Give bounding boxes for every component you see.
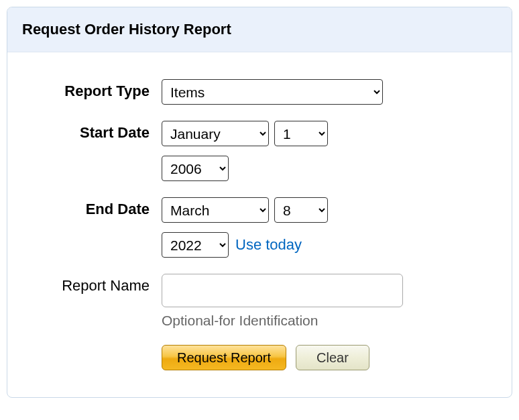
use-today-link[interactable]: Use today [235, 236, 302, 254]
button-row: Request Report Clear [162, 345, 492, 370]
select-end-day[interactable]: 8 [274, 197, 328, 223]
row-end-date: End Date March 8 2022 Use today [27, 197, 492, 258]
start-date-year-line: 2006 [162, 156, 400, 181]
control-end-date: March 8 2022 Use today [162, 197, 473, 258]
report-panel: Request Order History Report Report Type… [7, 7, 512, 398]
control-report-type: Items [162, 79, 383, 105]
panel-title: Request Order History Report [7, 7, 512, 52]
select-end-month[interactable]: March [162, 197, 269, 223]
row-report-type: Report Type Items [27, 79, 492, 105]
row-start-date: Start Date January 1 2006 [27, 121, 492, 181]
select-start-year[interactable]: 2006 [162, 156, 229, 181]
label-end-date: End Date [27, 197, 162, 219]
label-report-name: Report Name [27, 274, 162, 296]
select-start-day[interactable]: 1 [274, 121, 328, 146]
hint-report-name: Optional-for Identification [162, 313, 403, 329]
control-start-date: January 1 2006 [162, 121, 400, 181]
select-report-type[interactable]: Items [162, 79, 383, 105]
select-start-month[interactable]: January [162, 121, 269, 146]
end-date-year-line: 2022 Use today [162, 232, 473, 258]
label-start-date: Start Date [27, 121, 162, 143]
input-report-name[interactable] [162, 274, 403, 307]
label-report-type: Report Type [27, 79, 162, 101]
request-report-button[interactable]: Request Report [162, 345, 286, 370]
panel-body: Report Type Items Start Date January 1 2… [7, 52, 512, 397]
row-report-name: Report Name Optional-for Identification [27, 274, 492, 329]
control-report-name: Optional-for Identification [162, 274, 403, 329]
clear-button[interactable]: Clear [296, 345, 369, 370]
select-end-year[interactable]: 2022 [162, 232, 229, 258]
